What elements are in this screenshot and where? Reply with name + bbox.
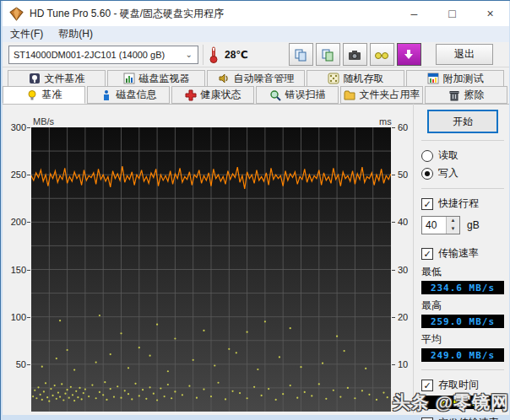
watermark: 头条 @零镜网: [393, 390, 509, 414]
tab-benchmark[interactable]: 基准: [3, 86, 85, 104]
axis-tick-label: 250: [4, 170, 26, 180]
info-icon: [100, 89, 112, 101]
left-axis-unit: MB/s: [33, 116, 54, 127]
axis-tick-mark: [392, 222, 395, 223]
copy-image-button[interactable]: [316, 43, 340, 66]
minimize-button[interactable]: –: [395, 1, 433, 26]
drive-select-value: ST14000DM001-2JC101 (14000 gB): [14, 50, 165, 60]
read-radio[interactable]: 读取: [421, 148, 504, 163]
axis-tick-mark: [392, 270, 395, 271]
divider: [421, 188, 504, 189]
axis-tick-mark: [27, 317, 30, 318]
axis-tick-label: 150: [4, 265, 26, 275]
maximize-button[interactable]: □: [433, 1, 471, 26]
axis-tick-mark: [27, 364, 30, 365]
avg-value-display: 249.0 MB/s: [421, 348, 504, 362]
title-bar: HD Tune Pro 5.60 - 硬盘/固态硬盘实用程序 – □ ×: [3, 1, 509, 26]
benchmark-controls: 开始 读取 写入 ✓ 快捷行程 40 ▲▼ gB ✓ 传输速率 最低 234.6: [413, 104, 509, 413]
burst-rate-label: 突发传输速率: [438, 416, 499, 420]
chevron-down-icon: ⌄: [186, 50, 198, 59]
toolbar-divider: [203, 45, 203, 65]
extra-tests-chart-icon: [427, 73, 439, 84]
tab-random-access[interactable]: 随机存取: [307, 70, 404, 86]
axis-tick-label: 30: [398, 265, 415, 275]
axis-tick-mark: [27, 270, 30, 271]
screenshot-button[interactable]: [343, 43, 367, 66]
menu-file[interactable]: 文件(F): [10, 27, 43, 41]
axis-tick-mark: [392, 364, 395, 365]
benchmark-plot-svg: [31, 127, 391, 412]
exit-button[interactable]: 退出: [436, 44, 493, 65]
dice-icon: [328, 73, 339, 84]
tab-label: 基准: [42, 88, 62, 102]
short-stroke-unit: gB: [467, 219, 480, 231]
axis-tick-label: 50: [4, 359, 26, 369]
hdtune-window: HD Tune Pro 5.60 - 硬盘/固态硬盘实用程序 – □ × 文件(…: [0, 0, 510, 420]
tab-aam[interactable]: 自动噪音管理: [207, 70, 305, 86]
close-button[interactable]: ×: [471, 1, 509, 26]
boxed-bulb-icon: [29, 73, 41, 84]
save-results-button[interactable]: [397, 43, 421, 66]
copy-button[interactable]: [289, 43, 313, 66]
checkbox-checked-icon: ✓: [421, 380, 433, 391]
radio-selected-icon: [421, 168, 433, 180]
tab-extra-tests[interactable]: 附加测试: [406, 70, 504, 86]
burst-rate-checkbox[interactable]: ✓ 突发传输速率: [421, 416, 504, 420]
stepper-down-icon[interactable]: ▼: [447, 225, 459, 234]
axis-tick-label: 40: [398, 217, 415, 227]
tab-folder-usage[interactable]: 文件夹占用率: [340, 86, 423, 104]
axis-tick-label: 200: [4, 217, 26, 227]
axis-tick-label: 50: [398, 170, 415, 180]
tab-label: 擦除: [464, 88, 485, 102]
tab-label: 磁盘信息: [117, 88, 157, 102]
menu-bar: 文件(F) 帮助(H): [3, 26, 509, 42]
tab-health[interactable]: 健康状态: [171, 86, 254, 104]
transfer-rate-checkbox[interactable]: ✓ 传输速率: [421, 246, 504, 261]
short-stroke-checkbox[interactable]: ✓ 快捷行程: [421, 197, 504, 211]
speaker-icon: [218, 73, 230, 84]
tab-error-scan[interactable]: 错误扫描: [256, 86, 339, 104]
health-cross-icon: [185, 89, 197, 101]
tab-file-benchmark[interactable]: 文件基准: [8, 70, 106, 86]
tab-label: 自动噪音管理: [234, 72, 295, 86]
start-button[interactable]: 开始: [428, 110, 497, 132]
tab-label: 文件基准: [45, 72, 85, 86]
checkbox-checked-icon: ✓: [421, 248, 433, 260]
app-icon: [9, 7, 24, 21]
drive-select[interactable]: ST14000DM001-2JC101 (14000 gB) ⌄: [8, 46, 198, 64]
tab-label: 随机存取: [344, 72, 384, 86]
short-stroke-value: 40: [422, 217, 446, 234]
tab-label: 磁盘监视器: [139, 72, 190, 86]
tab-row-secondary: 文件基准 磁盘监视器 自动噪音管理 随机存取 附加测试: [8, 70, 506, 86]
thermometer-icon: [208, 46, 220, 64]
tab-disk-monitor[interactable]: 磁盘监视器: [107, 70, 205, 86]
short-stroke-stepper[interactable]: 40 ▲▼: [421, 216, 460, 234]
radio-icon: [421, 150, 433, 162]
short-stroke-label: 快捷行程: [438, 197, 479, 211]
tab-disk-info[interactable]: 磁盘信息: [87, 86, 170, 104]
axis-tick-mark: [392, 175, 395, 175]
axis-tick-label: 300: [4, 122, 26, 132]
drive-temperature: 28℃: [225, 49, 248, 61]
stepper-arrows[interactable]: ▲▼: [446, 217, 459, 234]
axis-tick-label: 100: [4, 312, 26, 322]
read-radio-label: 读取: [438, 148, 458, 163]
write-radio-label: 写入: [438, 166, 458, 180]
view-button[interactable]: [370, 43, 394, 66]
folder-icon: [344, 89, 355, 101]
axis-tick-label: 60: [398, 122, 415, 132]
trash-icon: [448, 89, 460, 101]
benchmark-plot: [31, 127, 391, 412]
glasses-icon: [374, 50, 389, 60]
tab-row-primary: 基准 磁盘信息 健康状态 错误扫描 文件夹占用率 擦除: [3, 86, 509, 105]
tab-erase[interactable]: 擦除: [425, 86, 507, 104]
axis-tick-mark: [27, 175, 30, 175]
magnifier-icon: [269, 89, 281, 101]
divider: [421, 140, 504, 141]
checkbox-checked-icon: ✓: [421, 198, 433, 210]
monitor-chart-icon: [123, 73, 135, 84]
write-radio[interactable]: 写入: [421, 166, 504, 180]
menu-help[interactable]: 帮助(H): [58, 27, 93, 41]
axis-tick-mark: [27, 222, 30, 223]
stepper-up-icon[interactable]: ▲: [447, 217, 459, 225]
